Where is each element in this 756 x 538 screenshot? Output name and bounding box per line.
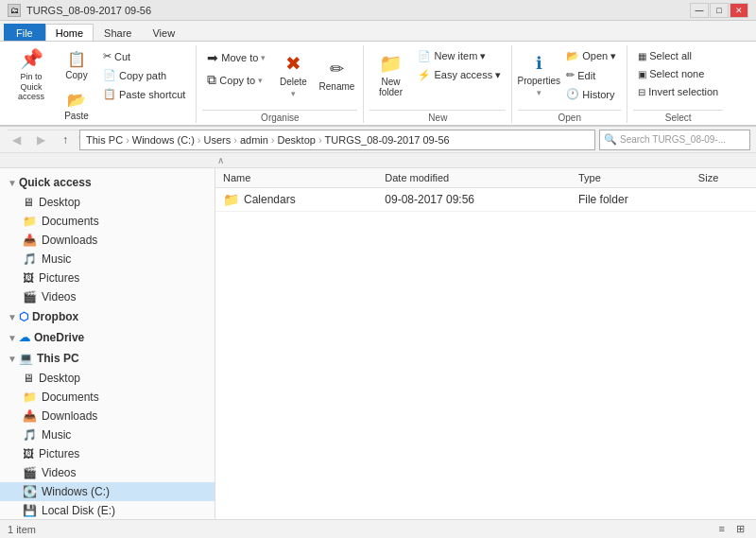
status-right: ≡ ⊞ xyxy=(715,521,748,537)
up-button[interactable]: ↑ xyxy=(55,130,76,150)
col-name[interactable]: Name xyxy=(215,168,377,188)
music-qa-icon: 🎵 xyxy=(23,252,37,266)
copy-to-button[interactable]: ⧉ Copy to ▾ xyxy=(202,69,270,91)
search-box[interactable]: 🔍 Search TURGS_08-09-... xyxy=(599,130,750,150)
sidebar-item-pictures[interactable]: 🖼 Pictures xyxy=(0,444,215,463)
sidebar-item-pictures-qa[interactable]: 🖼 Pictures xyxy=(0,269,215,287)
search-icon: 🔍 xyxy=(604,133,617,146)
forward-button[interactable]: ▶ xyxy=(30,130,51,150)
address-area: ◀ ▶ ↑ This PC › Windows (C:) › Users › a… xyxy=(0,127,756,153)
cut-button[interactable]: ✂ Cut xyxy=(98,47,190,65)
select-all-button[interactable]: ▦ Select all xyxy=(633,47,723,64)
sidebar-quick-access-header[interactable]: ▼ Quick access xyxy=(0,172,215,193)
sidebar-item-downloads-qa[interactable]: 📥 Downloads xyxy=(0,231,215,250)
sidebar-dropbox-header[interactable]: ▼ ⬡ Dropbox xyxy=(0,306,215,327)
crumb-5: Desktop xyxy=(278,134,316,146)
sidebar-item-label: Documents xyxy=(42,215,99,228)
file-name: Calendars xyxy=(244,193,296,206)
minimize-button[interactable]: — xyxy=(690,3,709,18)
paste-shortcut-button[interactable]: 📋 Paste shortcut xyxy=(98,85,190,103)
rename-icon: ✏ xyxy=(330,59,344,79)
col-type[interactable]: Type xyxy=(571,168,691,188)
sidebar-item-local-disk-e[interactable]: 💾 Local Disk (E:) xyxy=(0,501,215,519)
tab-share[interactable]: Share xyxy=(94,24,142,41)
copy-button[interactable]: 📋 Copy xyxy=(57,45,96,85)
table-row[interactable]: 📁 Calendars 09-08-2017 09:56 File folder xyxy=(215,188,756,212)
thispc-icon: 💻 xyxy=(19,352,33,365)
window-controls: — □ ✕ xyxy=(690,3,748,18)
select-group-content: ▦ Select all ▣ Select none ⊟ Invert sele… xyxy=(633,45,723,110)
easy-access-icon: ⚡ xyxy=(418,69,431,81)
sidebar-item-music[interactable]: 🎵 Music xyxy=(0,425,215,444)
select-label: Select xyxy=(633,110,723,123)
status-item-count: 1 item xyxy=(8,524,36,535)
tab-home[interactable]: Home xyxy=(45,24,94,41)
file-table: Name Date modified Type Size 📁 Calendars… xyxy=(215,168,756,212)
select-none-button[interactable]: ▣ Select none xyxy=(633,65,723,82)
maximize-button[interactable]: □ xyxy=(710,3,729,18)
thispc-expand-icon: ▼ xyxy=(8,354,17,364)
sidebar-thispc-label: This PC xyxy=(37,352,79,365)
sidebar-item-windows-c[interactable]: 💽 Windows (C:) xyxy=(0,482,215,501)
large-icons-view-button[interactable]: ⊞ xyxy=(732,521,748,537)
move-to-button[interactable]: ➡ Move to ▾ xyxy=(202,47,270,68)
clipboard-group-content: 📌 Pin to Quick access 📋 Copy 📂 Paste ✂ C… xyxy=(8,45,190,130)
sidebar-item-desktop-qa[interactable]: 🖥 Desktop xyxy=(0,193,215,212)
invert-selection-button[interactable]: ⊟ Invert selection xyxy=(633,83,723,100)
sidebar-item-documents[interactable]: 📁 Documents xyxy=(0,388,215,407)
properties-button[interactable]: ℹ Properties ▾ xyxy=(518,45,559,104)
onedrive-expand-icon: ▼ xyxy=(8,333,17,343)
paste-button[interactable]: 📂 Paste xyxy=(57,86,96,126)
downloads-icon: 📥 xyxy=(23,409,37,423)
sidebar-item-music-qa[interactable]: 🎵 Music xyxy=(0,250,215,269)
back-button[interactable]: ◀ xyxy=(6,130,26,150)
new-item-button[interactable]: 📄 New item ▾ xyxy=(413,47,506,65)
sidebar-item-videos-qa[interactable]: 🎬 Videos xyxy=(0,287,215,306)
sidebar-item-videos[interactable]: 🎬 Videos xyxy=(0,463,215,482)
crumb-3: Users xyxy=(203,134,231,146)
drive-e-icon: 💾 xyxy=(23,504,37,517)
videos-icon: 🎬 xyxy=(23,466,37,479)
new-label: New xyxy=(369,110,506,123)
col-date-modified[interactable]: Date modified xyxy=(377,168,571,188)
crumb-2: Windows (C:) xyxy=(132,134,195,146)
rename-button[interactable]: ✏ Rename xyxy=(316,45,357,104)
copyto-icon: ⧉ xyxy=(207,72,216,88)
documents-qa-icon: 📁 xyxy=(23,215,37,228)
title-bar-icons: 🗂 xyxy=(8,4,21,17)
tab-file[interactable]: File xyxy=(4,24,45,41)
main-area: ▼ Quick access 🖥 Desktop 📁 Documents 📥 D… xyxy=(0,168,756,519)
sidebar-item-label: Documents xyxy=(42,390,99,404)
expand-all-icon[interactable]: ∧ xyxy=(217,155,224,165)
select-all-icon: ▦ xyxy=(638,51,646,61)
open-button[interactable]: 📂 Open ▾ xyxy=(561,47,621,65)
col-size[interactable]: Size xyxy=(691,168,756,188)
organise-label: Organise xyxy=(202,110,357,123)
new-folder-button[interactable]: 📁 New folder xyxy=(369,45,411,104)
sidebar-item-downloads[interactable]: 📥 Downloads xyxy=(0,407,215,425)
new-item-icon: 📄 xyxy=(418,50,431,62)
properties-icon: ℹ xyxy=(536,53,542,74)
pin-icon: 📌 xyxy=(20,47,43,70)
system-menu-icon[interactable]: 🗂 xyxy=(8,4,21,17)
sidebar-onedrive-header[interactable]: ▼ ☁ OneDrive xyxy=(0,327,215,348)
delete-button[interactable]: ✖ Delete ▾ xyxy=(272,45,314,104)
address-bar[interactable]: This PC › Windows (C:) › Users › admin ›… xyxy=(79,130,595,150)
easy-access-button[interactable]: ⚡ Easy access ▾ xyxy=(413,66,506,84)
sidebar-thispc-header[interactable]: ▼ 💻 This PC xyxy=(0,348,215,369)
window-title: TURGS_08-09-2017 09-56 xyxy=(26,5,690,16)
details-view-button[interactable]: ≡ xyxy=(715,521,729,537)
delete-icon: ✖ xyxy=(285,52,301,75)
close-button[interactable]: ✕ xyxy=(730,3,748,18)
open-icon: 📂 xyxy=(566,50,579,62)
history-button[interactable]: 🕐 History xyxy=(561,85,621,103)
downloads-qa-icon: 📥 xyxy=(23,234,37,247)
copy-path-button[interactable]: 📄 Copy path xyxy=(98,66,190,84)
sidebar-item-desktop[interactable]: 🖥 Desktop xyxy=(0,369,215,388)
file-name-container: 📁 Calendars xyxy=(223,192,369,207)
edit-button[interactable]: ✏ Edit xyxy=(561,66,621,84)
tab-view[interactable]: View xyxy=(142,24,185,41)
sidebar-item-documents-qa[interactable]: 📁 Documents xyxy=(0,212,215,231)
pin-to-quick-access-button[interactable]: 📌 Pin to Quick access xyxy=(8,45,55,104)
new-group: 📁 New folder 📄 New item ▾ ⚡ Easy access … xyxy=(366,45,512,123)
